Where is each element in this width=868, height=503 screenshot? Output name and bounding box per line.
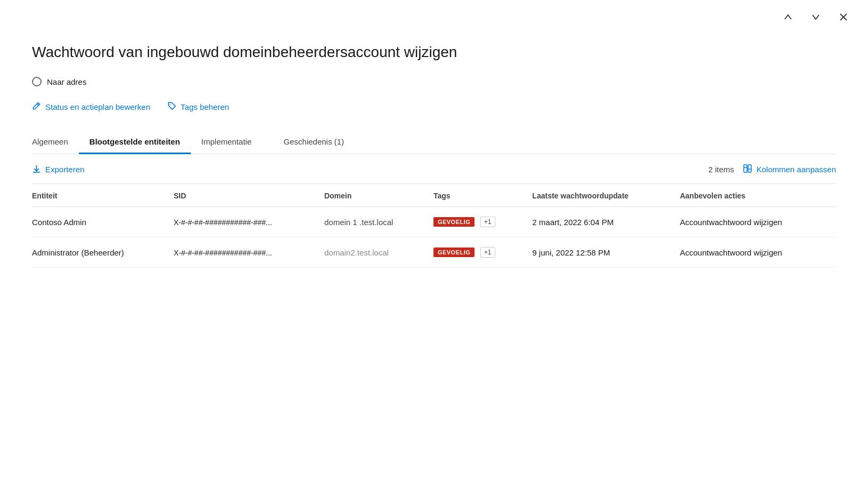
tag-badge-0: GEVOELIG: [433, 217, 475, 227]
action-bar: Status en actieplan bewerken Tags behere…: [32, 101, 836, 113]
toolbar: Exporteren 2 items Kolommen aanpassen: [32, 154, 836, 184]
entities-table: Entiteit SID Domein Tags Laatste wachtwo…: [32, 184, 836, 268]
svg-point-3: [170, 104, 171, 105]
table-row[interactable]: Contoso Admin X-#-#-##-###########-###..…: [32, 207, 836, 237]
export-label: Exporteren: [45, 165, 84, 174]
table-row[interactable]: Administrator (Beheerder) X-#-#-##-#####…: [32, 237, 836, 268]
export-icon: [32, 164, 41, 175]
items-count: 2 items: [708, 165, 734, 174]
cell-aanbevolen-0: Accountwachtwoord wijzigen: [680, 207, 836, 237]
col-laatstwachtwoord: Laatste wachtwoordupdate: [532, 184, 680, 207]
cell-laatstwachtwoord-1: 9 juni, 2022 12:58 PM: [532, 237, 680, 268]
radio-row: Naar adres: [32, 77, 836, 86]
cell-sid-0: X-#-#-##-###########-###...: [174, 207, 324, 237]
tag-icon: [167, 101, 176, 113]
svg-rect-7: [748, 165, 751, 172]
col-tags: Tags: [433, 184, 532, 207]
col-domein: Domein: [324, 184, 433, 207]
edit-status-label: Status en actieplan bewerken: [45, 102, 150, 111]
tag-plus-1[interactable]: +1: [480, 247, 495, 258]
page-title: Wachtwoord van ingebouwd domeinbeheerder…: [32, 43, 836, 62]
customize-columns-button[interactable]: Kolommen aanpassen: [743, 164, 836, 175]
tab-blootgestelde[interactable]: Blootgestelde entiteiten: [79, 132, 191, 154]
radio-naar-adres[interactable]: [32, 77, 42, 86]
cell-sid-1: X-#-#-##-###########-###...: [174, 237, 324, 268]
pencil-icon: [32, 101, 41, 113]
manage-tags-label: Tags beheren: [181, 102, 229, 111]
tab-implementatie[interactable]: Implementatie: [191, 132, 262, 154]
cell-laatstwachtwoord-0: 2 maart, 2022 6:04 PM: [532, 207, 680, 237]
cell-entiteit-1: Administrator (Beheerder): [32, 237, 174, 268]
svg-line-2: [37, 104, 39, 106]
manage-tags-link[interactable]: Tags beheren: [167, 101, 229, 113]
tag-badge-1: GEVOELIG: [433, 247, 475, 257]
cell-entiteit-0: Contoso Admin: [32, 207, 174, 237]
tab-geschiedenis[interactable]: Geschiedenis (1): [273, 132, 355, 154]
nav-down-button[interactable]: [808, 10, 823, 25]
toolbar-left: Exporteren: [32, 164, 84, 175]
col-aanbevolen: Aanbevolen acties: [680, 184, 836, 207]
export-button[interactable]: Exporteren: [32, 164, 84, 175]
table-header-row: Entiteit SID Domein Tags Laatste wachtwo…: [32, 184, 836, 207]
col-sid: SID: [174, 184, 324, 207]
cell-aanbevolen-1: Accountwachtwoord wijzigen: [680, 237, 836, 268]
cell-domein-0: domein 1 .test.local: [324, 207, 433, 237]
customize-icon: [743, 164, 752, 175]
nav-up-button[interactable]: [781, 10, 795, 25]
edit-status-link[interactable]: Status en actieplan bewerken: [32, 101, 150, 113]
svg-rect-6: [744, 165, 747, 172]
tabs-row: Algemeen Blootgestelde entiteiten Implem…: [32, 132, 836, 154]
tag-plus-0[interactable]: +1: [480, 217, 495, 227]
radio-label: Naar adres: [47, 77, 86, 86]
close-button[interactable]: [836, 10, 851, 25]
customize-label: Kolommen aanpassen: [757, 165, 836, 174]
cell-domein-1: domain2.test.local: [324, 237, 433, 268]
top-nav-buttons: [781, 10, 851, 25]
main-content: Wachtwoord van ingebouwd domeinbeheerder…: [0, 0, 868, 289]
col-entiteit: Entiteit: [32, 184, 174, 207]
cell-tags-0: GEVOELIG +1: [433, 207, 532, 237]
cell-tags-1: GEVOELIG +1: [433, 237, 532, 268]
toolbar-right: 2 items Kolommen aanpassen: [708, 164, 836, 175]
tab-algemeen[interactable]: Algemeen: [32, 132, 79, 154]
